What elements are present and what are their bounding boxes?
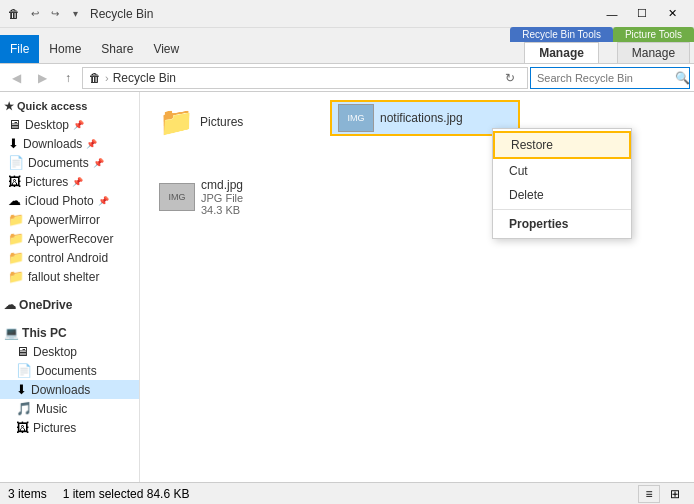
folder-icon-fs: 📁 <box>8 269 24 284</box>
window-title: Recycle Bin <box>90 7 153 21</box>
sidebar-item-apowerrecover[interactable]: 📁 ApowerRecover <box>0 229 139 248</box>
tab-home[interactable]: Home <box>39 35 91 63</box>
status-left: 3 items 1 item selected 84.6 KB <box>8 487 189 501</box>
recycle-bin-tools-header: Recycle Bin Tools <box>510 27 613 42</box>
grid-view-button[interactable]: ⊞ <box>664 485 686 503</box>
sidebar-item-icloud[interactable]: ☁ iCloud Photo 📌 <box>0 191 139 210</box>
cmd-filesize: 34.3 KB <box>201 204 243 216</box>
desktop-icon: 🖥 <box>8 117 21 132</box>
sidebar-item-pc-downloads[interactable]: ⬇ Downloads <box>0 380 139 399</box>
address-bar[interactable]: 🗑 › Recycle Bin ↻ <box>82 67 528 89</box>
tab-file[interactable]: File <box>0 35 39 63</box>
context-menu: Restore Cut Delete Properties <box>492 128 632 239</box>
folder-icon-am: 📁 <box>8 212 24 227</box>
context-menu-separator <box>493 209 631 210</box>
status-bar: 3 items 1 item selected 84.6 KB ≡ ⊞ <box>0 482 694 504</box>
cmd-filename: cmd.jpg <box>201 178 243 192</box>
ctx-properties[interactable]: Properties <box>493 212 631 236</box>
this-pc-icon: 💻 <box>4 326 19 340</box>
window-icon: 🗑 <box>8 7 20 21</box>
list-view-button[interactable]: ≡ <box>638 485 660 503</box>
notifications-filename: notifications.jpg <box>380 111 463 125</box>
onedrive-header: ☁ OneDrive <box>0 294 139 314</box>
file-item-cmd[interactable]: IMG cmd.jpg JPG File 34.3 KB <box>152 173 332 221</box>
search-bar[interactable]: 🔍 <box>530 67 690 89</box>
address-icon: 🗑 <box>89 71 101 85</box>
selected-info: 1 item selected 84.6 KB <box>63 487 190 501</box>
sidebar-item-pc-music[interactable]: 🎵 Music <box>0 399 139 418</box>
this-pc-header: 💻 This PC <box>0 322 139 342</box>
ctx-cut[interactable]: Cut <box>493 159 631 183</box>
ctx-delete[interactable]: Delete <box>493 183 631 207</box>
pin-icon-cloud: 📌 <box>98 196 109 206</box>
tab-share[interactable]: Share <box>91 35 143 63</box>
undo-button[interactable]: ↩ <box>26 5 44 23</box>
pc-desktop-icon: 🖥 <box>16 344 29 359</box>
main-layout: ★ Quick access 🖥 Desktop 📌 ⬇ Downloads 📌… <box>0 92 694 482</box>
cmd-thumbnail: IMG <box>159 183 195 211</box>
search-input[interactable] <box>537 72 675 84</box>
close-button[interactable]: ✕ <box>658 3 686 25</box>
sidebar-item-desktop[interactable]: 🖥 Desktop 📌 <box>0 115 139 134</box>
pc-pictures-icon: 🖼 <box>16 420 29 435</box>
redo-button[interactable]: ↪ <box>46 5 64 23</box>
title-bar-left: 🗑 ↩ ↪ ▾ Recycle Bin <box>8 5 598 23</box>
maximize-button[interactable]: ☐ <box>628 3 656 25</box>
quick-access-dropdown[interactable]: ▾ <box>66 5 84 23</box>
pc-documents-icon: 📄 <box>16 363 32 378</box>
cmd-file-info: cmd.jpg JPG File 34.3 KB <box>201 178 243 216</box>
quick-access-header: ★ Quick access <box>0 96 139 115</box>
refresh-button[interactable]: ↻ <box>499 67 521 89</box>
pin-icon-pic: 📌 <box>72 177 83 187</box>
address-text: Recycle Bin <box>113 71 495 85</box>
sidebar-item-control-android[interactable]: 📁 control Android <box>0 248 139 267</box>
pc-music-icon: 🎵 <box>16 401 32 416</box>
pin-icon-dl: 📌 <box>86 139 97 149</box>
sidebar-item-downloads[interactable]: ⬇ Downloads 📌 <box>0 134 139 153</box>
minimize-button[interactable]: — <box>598 3 626 25</box>
back-button[interactable]: ◀ <box>4 67 28 89</box>
folder-icon-ca: 📁 <box>8 250 24 265</box>
pictures-icon: 🖼 <box>8 174 21 189</box>
quick-access-toolbar: ↩ ↪ ▾ <box>26 5 84 23</box>
title-bar: 🗑 ↩ ↪ ▾ Recycle Bin — ☐ ✕ <box>0 0 694 28</box>
main-content: 📁 Pictures IMG cmd.jpg JPG File 34.3 KB … <box>140 92 694 482</box>
file-name-pictures: Pictures <box>200 115 243 129</box>
picture-tools-header: Picture Tools <box>613 27 694 42</box>
sidebar-item-pc-pictures[interactable]: 🖼 Pictures <box>0 418 139 437</box>
notifications-thumbnail: IMG <box>338 104 374 132</box>
sidebar-item-apowermirror[interactable]: 📁 ApowerMirror <box>0 210 139 229</box>
status-right: ≡ ⊞ <box>638 485 686 503</box>
forward-button[interactable]: ▶ <box>30 67 54 89</box>
pin-icon-doc: 📌 <box>93 158 104 168</box>
sidebar-item-pc-desktop[interactable]: 🖥 Desktop <box>0 342 139 361</box>
sidebar-item-pictures[interactable]: 🖼 Pictures 📌 <box>0 172 139 191</box>
folder-icon-pictures: 📁 <box>159 105 194 138</box>
pc-downloads-icon: ⬇ <box>16 382 27 397</box>
icloud-icon: ☁ <box>8 193 21 208</box>
search-icon: 🔍 <box>675 71 690 85</box>
folder-icon-ar: 📁 <box>8 231 24 246</box>
sidebar-item-documents[interactable]: 📄 Documents 📌 <box>0 153 139 172</box>
tab-recycle-manage[interactable]: Manage <box>524 42 599 63</box>
file-item-pictures[interactable]: 📁 Pictures <box>152 100 332 143</box>
ribbon-tabs-row: File Home Share View Recycle Bin Tools M… <box>0 28 694 64</box>
documents-icon: 📄 <box>8 155 24 170</box>
ctx-restore[interactable]: Restore <box>493 131 631 159</box>
items-count: 3 items <box>8 487 47 501</box>
left-panel: ★ Quick access 🖥 Desktop 📌 ⬇ Downloads 📌… <box>0 92 140 482</box>
up-button[interactable]: ↑ <box>56 67 80 89</box>
downloads-icon: ⬇ <box>8 136 19 151</box>
cmd-filetype: JPG File <box>201 192 243 204</box>
sidebar-item-fallout[interactable]: 📁 fallout shelter <box>0 267 139 286</box>
tab-picture-manage[interactable]: Manage <box>617 42 690 63</box>
tab-view[interactable]: View <box>143 35 189 63</box>
pin-icon: 📌 <box>73 120 84 130</box>
window-controls: — ☐ ✕ <box>598 3 686 25</box>
onedrive-icon: ☁ <box>4 298 16 312</box>
sidebar-item-pc-documents[interactable]: 📄 Documents <box>0 361 139 380</box>
toolbar-row: ◀ ▶ ↑ 🗑 › Recycle Bin ↻ 🔍 <box>0 64 694 92</box>
